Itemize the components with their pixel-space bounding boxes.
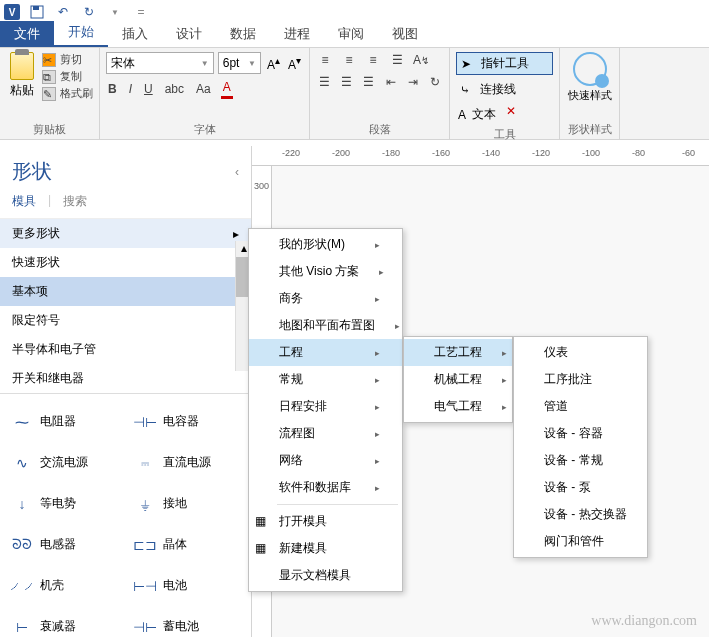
shape-item[interactable]: ⊣⊢电容器 — [127, 402, 248, 441]
tab-design[interactable]: 设计 — [162, 21, 216, 47]
menu-item[interactable]: 日程安排▸ — [249, 393, 402, 420]
stencil-item[interactable]: 限定符号 — [0, 306, 251, 335]
tab-home[interactable]: 开始 — [54, 19, 108, 47]
align-bot-button[interactable]: ≡ — [364, 52, 382, 68]
font-size-select[interactable]: 6pt▼ — [218, 52, 261, 74]
strike-button[interactable]: abc — [163, 80, 186, 98]
menu-item[interactable]: 地图和平面布置图▸ — [249, 312, 402, 339]
menu-item[interactable]: 设备 - 热交换器 — [514, 501, 647, 528]
clear-format-button[interactable]: A↯ — [412, 52, 430, 68]
shape-item[interactable]: ⊏⊐晶体 — [127, 525, 248, 564]
group-styles: 快速样式 形状样式 — [560, 48, 620, 139]
collapse-panel-button[interactable]: ‹ — [235, 165, 239, 179]
tab-file[interactable]: 文件 — [0, 21, 54, 47]
menu-item[interactable]: 其他 Visio 方案▸ — [249, 258, 402, 285]
chevron-right-icon: ▸ — [375, 402, 380, 412]
cancel-tool[interactable]: ✕ — [506, 104, 516, 125]
font-name-select[interactable]: 宋体▼ — [106, 52, 214, 74]
ribbon-tabs: 文件 开始 插入 设计 数据 进程 审阅 视图 — [0, 24, 709, 48]
bullets-button[interactable]: ☰ — [388, 52, 406, 68]
cut-icon: ✂ — [42, 53, 56, 67]
connector-tool[interactable]: ⤷连接线 — [456, 79, 553, 100]
save-button[interactable] — [28, 3, 46, 21]
shape-item[interactable]: ⁓电阻器 — [4, 402, 125, 441]
shape-item[interactable]: ⊣⊢蓄电池 — [127, 607, 248, 637]
tab-search[interactable]: 搜索 — [63, 193, 87, 210]
menu-item[interactable]: 电气工程▸ — [404, 393, 512, 420]
indent-button[interactable]: ⇥ — [405, 74, 421, 90]
align-right-button[interactable]: ☰ — [360, 74, 376, 90]
chevron-right-icon: ▸ — [375, 348, 380, 358]
align-top-button[interactable]: ≡ — [316, 52, 334, 68]
menu-item[interactable]: 设备 - 泵 — [514, 474, 647, 501]
format-painter-button[interactable]: ✎格式刷 — [42, 86, 93, 101]
menu-item[interactable]: 显示文档模具 — [249, 562, 402, 589]
align-left-button[interactable]: ☰ — [316, 74, 332, 90]
menu-item[interactable]: 工程▸ — [249, 339, 402, 366]
shape-icon: ↓ — [10, 494, 34, 514]
menu-item[interactable]: 工艺工程▸ — [404, 339, 512, 366]
text-tool[interactable]: A文本 — [456, 104, 498, 125]
menu-item[interactable]: 设备 - 容器 — [514, 420, 647, 447]
menu-item[interactable]: 设备 - 常规 — [514, 447, 647, 474]
underline-button[interactable]: U — [142, 80, 155, 98]
case-button[interactable]: Aa — [194, 80, 213, 98]
stencil-item[interactable]: 基本项 — [0, 277, 251, 306]
align-mid-button[interactable]: ≡ — [340, 52, 358, 68]
italic-button[interactable]: I — [127, 80, 134, 98]
chevron-right-icon: ▸ — [375, 240, 380, 250]
shape-item[interactable]: ᘐᘐ电感器 — [4, 525, 125, 564]
copy-button[interactable]: ⧉复制 — [42, 69, 93, 84]
font-color-button[interactable]: A — [221, 78, 233, 99]
menu-item[interactable]: 仪表 — [514, 339, 647, 366]
menu-item[interactable]: 流程图▸ — [249, 420, 402, 447]
chevron-right-icon: ▸ — [502, 402, 507, 412]
menu-item[interactable]: 网络▸ — [249, 447, 402, 474]
pointer-tool[interactable]: ➤指针工具 — [456, 52, 553, 75]
copy-icon: ⧉ — [42, 70, 56, 84]
shape-icon: ᘐᘐ — [10, 535, 34, 555]
shapes-tabs: 模具 | 搜索 — [0, 193, 251, 219]
menu-item[interactable]: 软件和数据库▸ — [249, 474, 402, 501]
shape-item[interactable]: ⟋⟋机壳 — [4, 566, 125, 605]
menu-item[interactable]: 商务▸ — [249, 285, 402, 312]
menu-item[interactable]: 常规▸ — [249, 366, 402, 393]
menu-item[interactable]: 工序批注 — [514, 366, 647, 393]
more-shapes-item[interactable]: 更多形状 ▸ — [0, 219, 251, 248]
bold-button[interactable]: B — [106, 80, 119, 98]
tab-data[interactable]: 数据 — [216, 21, 270, 47]
shrink-font-button[interactable]: A▾ — [286, 53, 303, 74]
tab-insert[interactable]: 插入 — [108, 21, 162, 47]
paste-label: 粘贴 — [10, 82, 34, 99]
menu-item[interactable]: 管道 — [514, 393, 647, 420]
grow-font-button[interactable]: A▴ — [265, 53, 282, 74]
tab-view[interactable]: 视图 — [378, 21, 432, 47]
qat-dropdown[interactable]: ▼ — [106, 3, 124, 21]
menu-item[interactable]: 机械工程▸ — [404, 366, 512, 393]
chevron-right-icon: ▸ — [233, 227, 239, 241]
shape-item[interactable]: ↓等电势 — [4, 484, 125, 523]
shape-item[interactable]: ⊢⊣电池 — [127, 566, 248, 605]
outdent-button[interactable]: ⇤ — [383, 74, 399, 90]
paste-button[interactable]: 粘贴 — [6, 52, 38, 120]
rotate-text-button[interactable]: ↻ — [427, 74, 443, 90]
menu-item[interactable]: 阀门和管件 — [514, 528, 647, 555]
menu-item[interactable]: ▦新建模具 — [249, 535, 402, 562]
menu-item[interactable]: 我的形状(M)▸ — [249, 231, 402, 258]
tab-process[interactable]: 进程 — [270, 21, 324, 47]
stencil-item[interactable]: 开关和继电器 — [0, 364, 251, 393]
tab-stencil[interactable]: 模具 — [12, 193, 36, 210]
context-submenu-engineering: 工艺工程▸机械工程▸电气工程▸ — [403, 336, 513, 423]
menu-item[interactable]: ▦打开模具 — [249, 508, 402, 535]
chevron-right-icon: ▸ — [375, 294, 380, 304]
shape-item[interactable]: ⊢衰减器 — [4, 607, 125, 637]
tab-review[interactable]: 审阅 — [324, 21, 378, 47]
stencil-item[interactable]: 半导体和电子管 — [0, 335, 251, 364]
stencil-item[interactable]: 快速形状 — [0, 248, 251, 277]
quick-style-icon[interactable] — [573, 52, 607, 86]
shape-item[interactable]: ⏚接地 — [127, 484, 248, 523]
shape-item[interactable]: ∿交流电源 — [4, 443, 125, 482]
align-center-button[interactable]: ☰ — [338, 74, 354, 90]
cut-button[interactable]: ✂剪切 — [42, 52, 93, 67]
shape-item[interactable]: ⎓直流电源 — [127, 443, 248, 482]
